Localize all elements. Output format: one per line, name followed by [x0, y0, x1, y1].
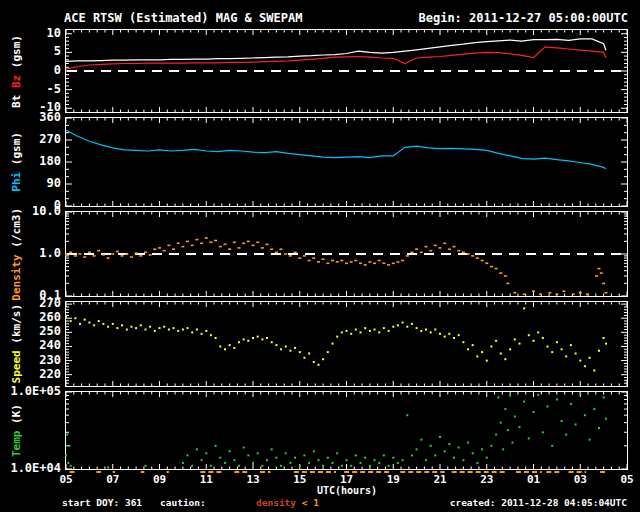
- axis-title-part: Temp: [10, 431, 23, 458]
- axis-title-part: Phi: [10, 172, 23, 192]
- axis-title-part: (K): [10, 404, 23, 431]
- density-panel: [65, 211, 628, 297]
- xtick-label: 13: [240, 473, 266, 487]
- mag-panel: [65, 29, 628, 113]
- mag-axis-title: Bt Bz (gsm): [2, 29, 30, 113]
- xtick-label: 03: [567, 473, 593, 487]
- speed-axis-title: Speed (km/s): [2, 301, 30, 387]
- series-Bz: [66, 47, 606, 69]
- axis-title-part: (gsm): [10, 132, 23, 172]
- axis-title-part: Density: [10, 254, 23, 300]
- page-title: ACE RTSW (Estimated) MAG & SWEPAM: [64, 11, 302, 25]
- speed-panel: [65, 301, 628, 387]
- created-timestamp: created: 2011-12-28 04:05:04UTC: [450, 497, 627, 508]
- axis-title-part: Bt: [10, 88, 23, 108]
- xtick-label: 01: [521, 473, 547, 487]
- phi-panel: [65, 117, 628, 207]
- xtick-label: 11: [193, 473, 219, 487]
- series-Speed: [65, 307, 607, 371]
- series-Bt: [66, 39, 606, 61]
- caution-markers: [65, 470, 628, 474]
- axis-title-part: Bz: [10, 74, 23, 87]
- xtick-label: 07: [100, 473, 126, 487]
- begin-timestamp: Begin: 2011-12-27 05:00:00UTC: [418, 11, 628, 25]
- series-Temp: [65, 393, 607, 469]
- density-axis-title: Density (/cm3): [2, 211, 30, 297]
- temp-axis-title: Temp (K): [2, 391, 30, 470]
- axis-title-part: (/cm3): [10, 208, 23, 254]
- caution-value: density < 1: [256, 497, 319, 508]
- ace-rtsw-screen: ACE RTSW (Estimated) MAG & SWEPAM Begin:…: [0, 0, 640, 512]
- series-Phi: [66, 130, 606, 169]
- phi-axis-title: Phi (gsm): [2, 117, 30, 207]
- axis-title-part: Speed: [10, 351, 23, 384]
- xtick-label: 05: [614, 473, 640, 487]
- temp-panel: [65, 391, 628, 470]
- xtick-label: 09: [147, 473, 173, 487]
- caution-word: density: [256, 497, 296, 508]
- start-doy-label: start DOY: 361: [62, 497, 142, 508]
- xtick-label: 21: [427, 473, 453, 487]
- caution-condition: < 1: [296, 497, 319, 508]
- xtick-label: 05: [53, 473, 79, 487]
- caution-label: caution:: [160, 497, 206, 508]
- series-Density: [65, 237, 608, 295]
- axis-title-part: (gsm): [10, 35, 23, 75]
- x-axis-title: UTC(hours): [304, 485, 390, 496]
- axis-title-part: (km/s): [10, 304, 23, 350]
- xtick-label: 23: [474, 473, 500, 487]
